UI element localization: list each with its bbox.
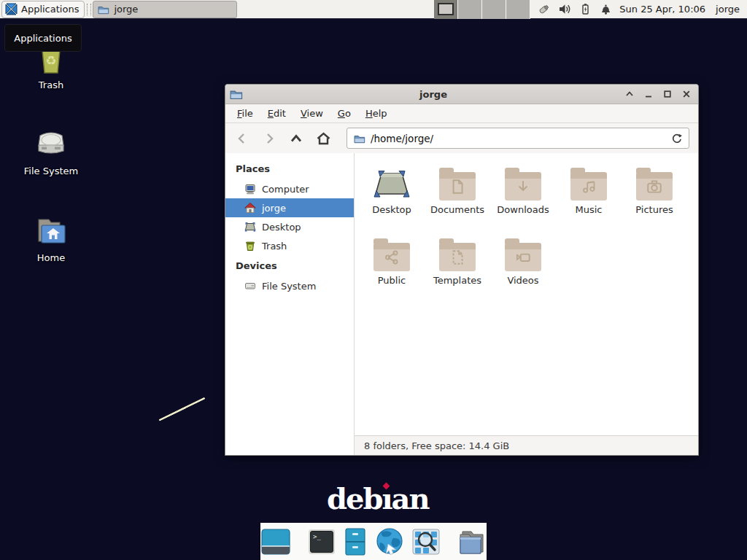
desktop-icon-file-system[interactable]: File System bbox=[13, 125, 89, 176]
up-button[interactable] bbox=[288, 131, 304, 147]
dock-file-cabinet-button[interactable] bbox=[343, 527, 368, 556]
folder-icon bbox=[505, 243, 541, 271]
sidebar-item-trash[interactable]: Trash bbox=[225, 236, 354, 255]
menu-help[interactable]: Help bbox=[358, 105, 395, 122]
window-folder-icon bbox=[230, 88, 243, 101]
file-item-pictures[interactable]: Pictures bbox=[622, 166, 687, 236]
svg-text:♻: ♻ bbox=[45, 53, 56, 68]
reload-icon[interactable] bbox=[671, 133, 682, 144]
debian-logo-text: an bbox=[392, 481, 429, 516]
titlebar[interactable]: jorge bbox=[225, 85, 698, 104]
sidebar-item-computer[interactable]: Computer bbox=[225, 179, 354, 198]
folder-icon bbox=[354, 133, 365, 144]
desktop-icon bbox=[244, 221, 256, 233]
statusbar: 8 folders, Free space: 14.4 GiB bbox=[355, 435, 698, 455]
close-button[interactable] bbox=[681, 88, 692, 100]
video-emblem-icon bbox=[514, 249, 532, 266]
file-label: Music bbox=[576, 204, 603, 215]
workspace-1[interactable] bbox=[434, 0, 458, 19]
dock-show-desktop-button[interactable] bbox=[260, 527, 291, 556]
dock-file-manager-button[interactable] bbox=[457, 527, 487, 556]
document-emblem-icon bbox=[449, 178, 466, 195]
download-emblem-icon bbox=[514, 178, 532, 195]
back-button[interactable] bbox=[234, 131, 250, 147]
workspace-window-thumb bbox=[438, 3, 454, 15]
file-label: Public bbox=[378, 275, 406, 286]
sidebar: Places Computer bbox=[225, 153, 355, 455]
file-item-desktop[interactable]: Desktop bbox=[359, 166, 425, 236]
shade-button[interactable] bbox=[624, 88, 635, 100]
panel-handle[interactable] bbox=[87, 4, 91, 15]
workspace-pager bbox=[434, 0, 530, 19]
home-button[interactable] bbox=[315, 131, 331, 147]
folder-icon bbox=[505, 172, 541, 201]
file-item-music[interactable]: Music bbox=[556, 166, 622, 236]
file-icon-view[interactable]: Desktop Documents bbox=[355, 153, 698, 435]
desktop-icon-label: Trash bbox=[13, 79, 89, 90]
minimize-button[interactable] bbox=[643, 88, 654, 100]
share-emblem-icon bbox=[383, 249, 400, 266]
notifications-bell-icon[interactable] bbox=[600, 3, 612, 15]
menu-go[interactable]: Go bbox=[330, 105, 358, 122]
location-path[interactable]: /home/jorge/ bbox=[371, 133, 666, 144]
sidebar-item-label: Desktop bbox=[262, 222, 301, 233]
menubar: File Edit View Go Help bbox=[225, 104, 698, 123]
folder-icon bbox=[570, 172, 607, 201]
folder-icon bbox=[374, 243, 410, 271]
dock: >_ bbox=[260, 523, 487, 560]
file-item-videos[interactable]: Videos bbox=[490, 236, 556, 307]
sidebar-item-label: Computer bbox=[262, 184, 309, 195]
workspace-4[interactable] bbox=[506, 0, 530, 19]
applications-tooltip: Applications bbox=[4, 24, 82, 52]
main-column: Desktop Documents bbox=[355, 153, 698, 455]
file-item-documents[interactable]: Documents bbox=[425, 166, 490, 236]
file-label: Pictures bbox=[635, 204, 673, 215]
file-label: Documents bbox=[430, 204, 484, 215]
volume-icon[interactable] bbox=[559, 3, 571, 15]
sidebar-item-file-system[interactable]: File System bbox=[225, 276, 354, 295]
svg-text:>_: >_ bbox=[313, 533, 321, 540]
sidebar-item-desktop[interactable]: Desktop bbox=[225, 217, 354, 236]
applications-menu-button[interactable]: Applications bbox=[1, 1, 85, 18]
maximize-button[interactable] bbox=[662, 88, 673, 100]
menu-edit[interactable]: Edit bbox=[260, 105, 293, 122]
battery-icon[interactable] bbox=[579, 3, 592, 15]
menu-view[interactable]: View bbox=[293, 105, 330, 122]
file-item-templates[interactable]: Templates bbox=[425, 236, 490, 307]
computer-icon bbox=[244, 183, 256, 195]
desktop: Applications jorge bbox=[0, 0, 747, 560]
file-label: Downloads bbox=[497, 204, 549, 215]
desktop-icon-label: Home bbox=[13, 252, 89, 263]
file-item-public[interactable]: Public bbox=[359, 236, 425, 307]
workspace-2[interactable] bbox=[458, 0, 482, 19]
workspace-3[interactable] bbox=[482, 0, 506, 19]
debian-logo-text: deb bbox=[327, 481, 382, 516]
desktop-icon-home[interactable]: Home bbox=[13, 214, 89, 263]
dock-web-browser-button[interactable] bbox=[374, 526, 405, 557]
sidebar-item-label: File System bbox=[262, 281, 316, 292]
panel-clock[interactable]: Sun 25 Apr, 10:06 bbox=[619, 4, 705, 15]
trash-icon bbox=[244, 240, 256, 252]
window-body: Places Computer bbox=[225, 153, 698, 455]
panel-username[interactable]: jorge bbox=[716, 4, 740, 15]
taskbar-window-button[interactable]: jorge bbox=[93, 1, 237, 18]
location-bar[interactable]: /home/jorge/ bbox=[347, 128, 689, 149]
sidebar-item-label: jorge bbox=[262, 203, 286, 214]
menu-file[interactable]: File bbox=[230, 105, 260, 122]
hard-drive-icon bbox=[33, 125, 69, 160]
places-header: Places bbox=[225, 158, 354, 179]
template-emblem-icon bbox=[449, 249, 466, 266]
debian-logo-i: ı bbox=[382, 481, 391, 516]
sidebar-item-jorge[interactable]: jorge bbox=[225, 198, 354, 217]
debian-logo: debıan bbox=[327, 481, 429, 516]
dock-app-finder-button[interactable] bbox=[411, 528, 441, 556]
file-label: Templates bbox=[433, 275, 481, 286]
file-item-downloads[interactable]: Downloads bbox=[490, 166, 556, 236]
applications-menu-label: Applications bbox=[21, 4, 79, 15]
system-tray bbox=[538, 3, 612, 15]
desktop-icon-label: File System bbox=[13, 166, 89, 176]
file-label: Desktop bbox=[372, 204, 411, 215]
tablet-icon[interactable] bbox=[538, 3, 551, 15]
forward-button[interactable] bbox=[261, 131, 277, 147]
dock-terminal-button[interactable]: >_ bbox=[307, 528, 336, 556]
